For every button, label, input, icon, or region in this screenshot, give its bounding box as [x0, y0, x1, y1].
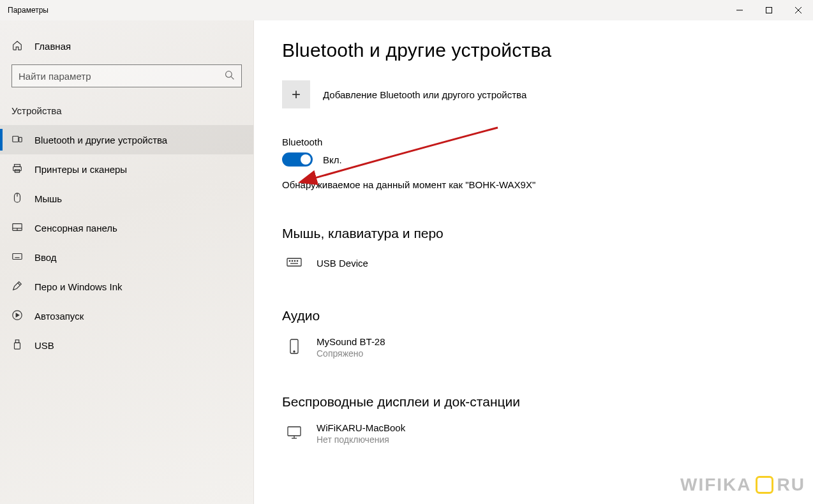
- sidebar-item-home[interactable]: Главная: [0, 33, 253, 59]
- svg-rect-25: [15, 343, 20, 349]
- sidebar-section-label: Устройства: [0, 94, 253, 125]
- device-name: USB Device: [317, 258, 368, 269]
- svg-line-22: [18, 283, 20, 285]
- svg-point-29: [294, 260, 295, 261]
- sidebar-item-bluetooth[interactable]: Bluetooth и другие устройства: [0, 125, 253, 154]
- svg-point-33: [294, 351, 295, 352]
- discoverable-text: Обнаруживаемое на данный момент как "BOH…: [282, 179, 785, 190]
- sidebar-item-label: Перо и Windows Ink: [34, 281, 123, 292]
- add-device-label: Добавление Bluetooth или другого устройс…: [323, 89, 526, 100]
- sidebar-item-mouse[interactable]: Мышь: [0, 184, 253, 213]
- sidebar-item-usb[interactable]: USB: [0, 330, 253, 360]
- bluetooth-toggle[interactable]: [282, 152, 313, 167]
- sidebar-item-label: Принтеры и сканеры: [34, 164, 127, 175]
- watermark-text-right: RU: [777, 475, 805, 495]
- watermark: WIFIKA RU: [680, 475, 805, 495]
- sidebar-item-label: Ввод: [34, 252, 57, 263]
- sidebar-item-printers[interactable]: Принтеры и сканеры: [0, 154, 253, 184]
- devices-icon: [11, 133, 23, 147]
- keyboard-icon: [11, 251, 23, 264]
- svg-rect-24: [15, 339, 19, 343]
- window-title: Параметры: [8, 6, 48, 15]
- svg-point-28: [292, 260, 292, 261]
- sidebar: Главная Устройства Bluetooth и другие ус…: [0, 20, 254, 504]
- maximize-button[interactable]: [754, 0, 784, 20]
- phone-icon: [286, 338, 302, 357]
- usb-icon: [11, 339, 23, 352]
- svg-rect-1: [766, 8, 772, 13]
- device-name: WiFiKARU-MacBook: [317, 422, 405, 433]
- svg-rect-6: [13, 136, 19, 142]
- watermark-qr-icon: [756, 476, 773, 494]
- device-name: MySound BT-28: [317, 336, 385, 347]
- group-heading-audio: Аудио: [282, 308, 785, 323]
- device-status: Нет подключения: [317, 434, 405, 445]
- close-button[interactable]: [784, 0, 813, 20]
- keyboard-icon: [286, 254, 302, 272]
- watermark-text-left: WIFIKA: [680, 475, 752, 495]
- svg-rect-7: [19, 137, 22, 142]
- mouse-icon: [11, 192, 23, 205]
- sidebar-item-pen[interactable]: Перо и Windows Ink: [0, 272, 253, 301]
- device-item-audio[interactable]: MySound BT-28 Сопряжено: [282, 332, 785, 375]
- svg-point-4: [226, 71, 232, 77]
- svg-line-5: [231, 77, 234, 79]
- svg-rect-26: [287, 258, 301, 266]
- sidebar-item-autoplay[interactable]: Автозапуск: [0, 301, 253, 330]
- page-title: Bluetooth и другие устройства: [282, 40, 785, 61]
- svg-rect-16: [13, 253, 22, 259]
- sidebar-item-touchpad[interactable]: Сенсорная панель: [0, 213, 253, 242]
- sidebar-item-label: Bluetooth и другие устройства: [34, 135, 167, 145]
- search-input[interactable]: [19, 71, 225, 82]
- window-titlebar: Параметры: [0, 0, 813, 20]
- sidebar-home-label: Главная: [34, 41, 71, 52]
- group-heading-wireless: Беспроводные дисплеи и док-станции: [282, 394, 785, 410]
- sidebar-item-label: Мышь: [34, 193, 62, 204]
- sidebar-item-typing[interactable]: Ввод: [0, 242, 253, 272]
- home-icon: [11, 40, 23, 53]
- group-heading-input: Мышь, клавиатура и перо: [282, 226, 785, 241]
- printer-icon: [11, 163, 23, 176]
- sidebar-item-label: Автозапуск: [34, 311, 84, 322]
- svg-point-27: [289, 260, 290, 261]
- toggle-knob: [301, 154, 311, 165]
- touchpad-icon: [11, 221, 23, 235]
- monitor-icon: [286, 424, 302, 443]
- sidebar-item-label: Сенсорная панель: [34, 223, 117, 233]
- device-item-wireless[interactable]: WiFiKARU-MacBook Нет подключения: [282, 419, 785, 445]
- bluetooth-heading: Bluetooth: [282, 137, 785, 147]
- device-status: Сопряжено: [317, 348, 385, 359]
- autoplay-icon: [11, 309, 23, 323]
- sidebar-item-label: USB: [34, 340, 54, 351]
- bluetooth-toggle-label: Вкл.: [323, 154, 342, 165]
- svg-rect-9: [13, 167, 22, 170]
- plus-icon: +: [282, 80, 310, 108]
- window-controls: [725, 0, 813, 20]
- device-item-usb[interactable]: USB Device: [282, 250, 785, 289]
- search-box[interactable]: [11, 64, 242, 87]
- svg-point-30: [297, 260, 297, 261]
- add-device-button[interactable]: + Добавление Bluetooth или другого устро…: [282, 80, 785, 108]
- svg-rect-34: [288, 427, 301, 436]
- main-content: Bluetooth и другие устройства + Добавлен…: [254, 20, 813, 504]
- search-icon: [225, 70, 235, 82]
- pen-icon: [11, 280, 23, 293]
- minimize-button[interactable]: [725, 0, 754, 20]
